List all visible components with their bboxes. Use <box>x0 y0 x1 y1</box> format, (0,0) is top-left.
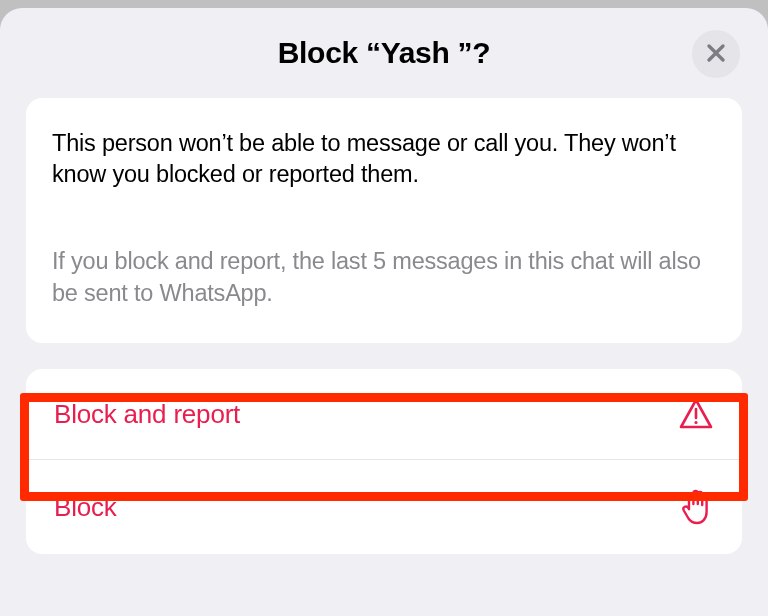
close-button[interactable] <box>692 30 740 78</box>
dialog-title: Block “Yash ”? <box>278 36 491 70</box>
block-button[interactable]: Block <box>26 459 742 554</box>
action-label: Block and report <box>54 399 240 430</box>
svg-point-1 <box>694 421 697 424</box>
action-list: Block and report Block <box>26 369 742 554</box>
action-label: Block <box>54 492 117 523</box>
close-icon <box>706 43 726 66</box>
warning-triangle-icon <box>678 397 714 431</box>
dialog-header: Block “Yash ”? <box>0 36 768 98</box>
block-confirmation-sheet: Block “Yash ”? This person won’t be able… <box>0 8 768 616</box>
block-and-report-button[interactable]: Block and report <box>26 369 742 459</box>
hand-stop-icon <box>680 488 714 526</box>
info-card: This person won’t be able to message or … <box>26 98 742 343</box>
info-primary-text: This person won’t be able to message or … <box>52 128 716 190</box>
info-secondary-text: If you block and report, the last 5 mess… <box>52 246 716 309</box>
